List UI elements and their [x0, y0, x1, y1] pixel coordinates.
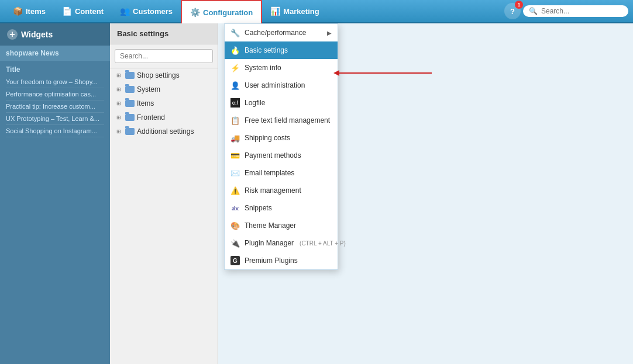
- dropdown-item-user-admin[interactable]: 👤 User administration: [225, 77, 338, 94]
- widgets-header[interactable]: + Widgets: [0, 23, 110, 46]
- add-widget-button[interactable]: +: [7, 29, 18, 40]
- nav-customers-label: Customers: [133, 7, 173, 16]
- dropdown-item-system-info[interactable]: ⚡ System info: [225, 59, 338, 77]
- search-bar[interactable]: 🔍: [523, 5, 628, 17]
- tree-item-label: Items: [137, 99, 154, 108]
- widgets-label: Widgets: [21, 30, 53, 39]
- folder-icon: [125, 100, 135, 107]
- folder-icon: [125, 128, 135, 135]
- dropdown-item-logfile[interactable]: c:\ Logfile: [225, 94, 338, 112]
- dropdown-item-label: Theme Manager: [245, 221, 296, 230]
- dropdown-item-label: Payment methods: [245, 151, 301, 160]
- settings-search-container: [110, 44, 218, 68]
- nav-items-label: Items: [26, 7, 46, 16]
- payment-icon: 💳: [231, 151, 240, 160]
- dropdown-item-label: Plugin Manager: [245, 239, 294, 247]
- nav-configuration[interactable]: ⚙️ Configuration: [181, 0, 262, 23]
- help-button[interactable]: ? 1: [504, 3, 521, 19]
- dropdown-item-freetext[interactable]: 📋 Free text field management: [225, 112, 338, 129]
- news-item[interactable]: Social Shopping on Instagram...: [6, 125, 104, 137]
- news-item[interactable]: Your freedom to grow – Shopy...: [6, 76, 104, 88]
- dropdown-item-shipping[interactable]: 🚚 Shipping costs: [225, 129, 338, 147]
- dropdown-item-label: Free text field management: [245, 116, 330, 124]
- theme-icon: 🎨: [231, 221, 240, 230]
- plugin-icon: 🔌: [231, 238, 240, 248]
- nav-items[interactable]: 📦 Items: [5, 0, 54, 23]
- tree-item-label: Shop settings: [137, 71, 180, 79]
- settings-panel-header: Basic settings: [110, 23, 218, 44]
- tree-item-frontend[interactable]: ⊞ Frontend: [110, 110, 218, 124]
- nav-content-label: Content: [75, 7, 104, 16]
- nav-customers[interactable]: 👥 Customers: [112, 0, 181, 23]
- logfile-icon: c:\: [231, 98, 240, 108]
- tree-expander: ⊞: [115, 99, 123, 108]
- tree-item-label: Additional settings: [137, 127, 194, 136]
- dropdown-item-label: User administration: [245, 81, 305, 89]
- notification-badge: 1: [515, 1, 523, 9]
- snippets-icon: abc: [231, 203, 240, 213]
- news-list: Your freedom to grow – Shopy... Performa…: [0, 76, 110, 137]
- sidebar-section-news: shopware News: [0, 46, 110, 61]
- tree-expander: ⊞: [115, 85, 123, 93]
- dropdown-item-label: Email templates: [245, 169, 294, 177]
- marketing-icon: 📊: [270, 6, 280, 16]
- dropdown-item-basic-settings[interactable]: 🔥 Basic settings: [225, 41, 338, 59]
- dropdown-item-snippets[interactable]: abc Snippets: [225, 199, 338, 217]
- sidebar: + Widgets shopware News Title Your freed…: [0, 23, 110, 364]
- items-icon: 📦: [13, 6, 23, 16]
- tree-item-items[interactable]: ⊞ Items: [110, 96, 218, 110]
- basic-settings-icon: 🔥: [231, 46, 240, 55]
- nav-marketing[interactable]: 📊 Marketing: [262, 0, 327, 23]
- premium-icon: G: [231, 256, 240, 265]
- dropdown-item-premium[interactable]: G Premium Plugins: [225, 252, 338, 269]
- tree-item-system[interactable]: ⊞ System: [110, 82, 218, 96]
- nav-configuration-label: Configuration: [203, 8, 253, 17]
- system-info-icon: ⚡: [231, 63, 240, 72]
- tree-item-label: System: [137, 85, 160, 93]
- title-column-header: Title: [6, 65, 20, 74]
- tree-item-label: Frontend: [137, 113, 165, 122]
- cache-icon: 🔧: [231, 28, 240, 37]
- main-area: + Widgets shopware News Title Your freed…: [0, 23, 633, 364]
- shipping-icon: 🚚: [231, 133, 240, 143]
- nav-content[interactable]: 📄 Content: [54, 0, 112, 23]
- tree-item-additional[interactable]: ⊞ Additional settings: [110, 124, 218, 138]
- dropdown-item-label: Logfile: [245, 99, 265, 107]
- submenu-arrow-icon: ▶: [327, 30, 332, 36]
- nav-marketing-label: Marketing: [283, 7, 319, 16]
- dropdown-item-cache[interactable]: 🔧 Cache/performance ▶: [225, 24, 338, 41]
- settings-search-input[interactable]: [115, 49, 213, 63]
- dropdown-item-risk[interactable]: ⚠️ Risk management: [225, 182, 338, 199]
- folder-icon: [125, 114, 135, 121]
- email-icon: ✉️: [231, 168, 240, 178]
- search-input[interactable]: [541, 7, 622, 15]
- settings-panel: Basic settings ⊞ Shop settings ⊞ System …: [110, 23, 218, 364]
- news-item[interactable]: Practical tip: Increase custom...: [6, 100, 104, 113]
- sidebar-section-label: shopware News: [6, 49, 59, 57]
- tree-expander: ⊞: [115, 127, 123, 136]
- tree-expander: ⊞: [115, 113, 123, 122]
- folder-icon: [125, 72, 135, 79]
- settings-tree: ⊞ Shop settings ⊞ System ⊞ Items ⊞ Front…: [110, 68, 218, 364]
- dropdown-item-label: Risk management: [245, 186, 301, 195]
- dropdown-item-label: Cache/performance: [245, 29, 306, 37]
- dropdown-item-email[interactable]: ✉️ Email templates: [225, 164, 338, 182]
- tree-item-shop-settings[interactable]: ⊞ Shop settings: [110, 68, 218, 82]
- tree-expander: ⊞: [115, 71, 123, 79]
- configuration-dropdown: 🔧 Cache/performance ▶ 🔥 Basic settings ⚡…: [224, 23, 338, 270]
- dropdown-item-label: Shipping costs: [245, 134, 290, 142]
- dropdown-item-label: Snippets: [245, 204, 272, 212]
- user-admin-icon: 👤: [231, 81, 240, 90]
- news-title-col: Title: [0, 61, 110, 76]
- freetext-icon: 📋: [231, 116, 240, 125]
- configuration-icon: ⚙️: [190, 8, 200, 17]
- dropdown-item-plugin[interactable]: 🔌 Plugin Manager (CTRL + ALT + P): [225, 234, 338, 252]
- dropdown-item-theme[interactable]: 🎨 Theme Manager: [225, 217, 338, 234]
- dropdown-item-label: System info: [245, 64, 281, 72]
- news-item[interactable]: UX Prototyping – Test, Learn &...: [6, 113, 104, 125]
- content-icon: 📄: [62, 6, 72, 16]
- dropdown-item-label: Premium Plugins: [245, 256, 298, 265]
- news-item[interactable]: Performance optimisation cas...: [6, 88, 104, 100]
- search-icon: 🔍: [529, 7, 538, 15]
- dropdown-item-payment[interactable]: 💳 Payment methods: [225, 147, 338, 164]
